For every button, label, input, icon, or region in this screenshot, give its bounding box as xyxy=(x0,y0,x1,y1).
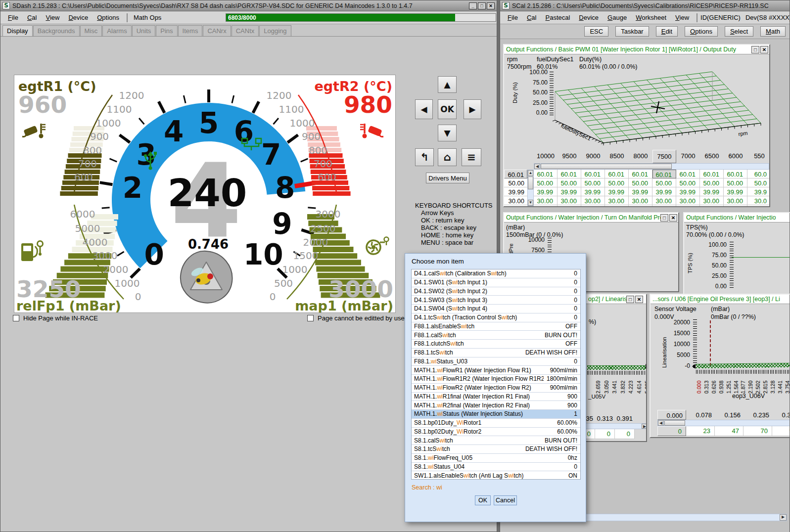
table-h-scrollbar[interactable]: ◀ xyxy=(534,163,769,170)
tab-canrx[interactable]: CANrx xyxy=(203,25,231,36)
menu-item-file[interactable]: File xyxy=(503,12,522,23)
table-cell[interactable]: 39.99 xyxy=(605,187,629,196)
table-cell[interactable]: 30.00 xyxy=(652,196,676,205)
menu-item-cal[interactable]: Cal xyxy=(522,12,541,23)
table-cell[interactable]: 50.00 xyxy=(629,178,652,187)
nav-right-button[interactable]: ▶ xyxy=(464,99,481,119)
drivers-menu-button[interactable]: Drivers Menu xyxy=(426,173,469,183)
table-cell[interactable]: 39.99 xyxy=(676,187,700,196)
mon-item-row[interactable]: MATH.1.wiR2final (Water Injection R2 Fin… xyxy=(412,401,580,410)
table-cell[interactable]: 94 xyxy=(772,426,790,436)
nav-home-button[interactable]: ⌂ xyxy=(438,148,457,166)
table-cell[interactable]: 70 xyxy=(744,426,772,436)
table-col-header[interactable]: 8500 xyxy=(605,150,629,163)
scroll-up-icon[interactable]: ▲ xyxy=(528,170,533,176)
tab-backgrounds[interactable]: Backgrounds xyxy=(33,25,80,36)
nav-down-button[interactable]: ▼ xyxy=(438,125,457,141)
table-col-header[interactable]: 0.156 xyxy=(715,410,744,420)
table-cell[interactable]: 20.0 xyxy=(747,205,769,206)
table-row-header[interactable]: 50.00 xyxy=(504,178,527,187)
mon-item-row[interactable]: S8.1.bp01Duty_WiRotor160.00% xyxy=(412,419,580,428)
page-lock-checkbox[interactable] xyxy=(307,315,314,321)
scal-titlebar[interactable]: S SCal 2.15.286 : C:\Users\Public\Docume… xyxy=(500,0,790,11)
table-cell[interactable]: 60.0 xyxy=(747,170,769,178)
mon-item-row[interactable]: F88.1.calSwitchBURN OUT! xyxy=(412,331,580,340)
table-cell[interactable]: 30.0 xyxy=(747,196,769,205)
maximize-icon[interactable]: □ xyxy=(751,46,759,53)
table-cell[interactable]: 30.00 xyxy=(676,196,700,205)
mon-item-row[interactable]: D4.1.SW01 (Switch Input 1)0 xyxy=(412,278,580,287)
table-cell[interactable]: 50.00 xyxy=(581,178,605,187)
table-cell[interactable]: 0 xyxy=(595,429,615,439)
tab-logging[interactable]: Logging xyxy=(259,25,291,36)
table-col-header[interactable]: 0.313 xyxy=(595,413,615,423)
table-cell[interactable]: 20.00 xyxy=(700,205,724,206)
table-cell[interactable]: 50.00 xyxy=(700,178,724,187)
scroll-right-icon[interactable]: ▶ xyxy=(642,424,647,429)
table-col-header[interactable]: 0.313 xyxy=(772,410,790,420)
menu-item-cal[interactable]: Cal xyxy=(23,12,42,23)
mon-item-row[interactable]: D4.1.SW02 (Switch Input 2)0 xyxy=(412,287,580,296)
menu-item-device[interactable]: Device xyxy=(574,12,603,23)
mon-item-row[interactable]: S8.1.wiStatus_U040 xyxy=(412,463,580,472)
table-cell[interactable]: 50.00 xyxy=(534,178,558,187)
table-col-header[interactable]: 6500 xyxy=(700,150,724,163)
mon-item-row[interactable]: F88.1.alsEnableSwitchOFF xyxy=(412,322,580,331)
toolbar-button-esc[interactable]: ESC xyxy=(584,26,608,37)
table-cell[interactable]: 20.00 xyxy=(629,205,652,206)
scrollbar-thumb[interactable] xyxy=(528,177,533,189)
maximize-icon[interactable]: □ xyxy=(660,214,668,222)
table-cell[interactable]: 50.00 xyxy=(652,178,676,187)
table-col-header[interactable]: 0.078 xyxy=(686,410,715,420)
sdash-titlebar[interactable]: S SDash 2.15.283 : C:\Users\Public\Docum… xyxy=(0,0,497,11)
close-icon[interactable]: ✕ xyxy=(669,214,677,222)
close-icon[interactable]: ✕ xyxy=(760,46,768,53)
toolbar-button-taskbar[interactable]: Taskbar xyxy=(615,26,649,37)
table-col-header[interactable]: 0.000 xyxy=(657,410,686,420)
table-cell[interactable]: 50.00 xyxy=(605,178,629,187)
table-cell[interactable]: 20.00 xyxy=(558,205,581,206)
table-cell[interactable]: 0 xyxy=(657,426,686,436)
table-cell[interactable]: 60.01 xyxy=(558,170,581,178)
table-col-header[interactable]: 0.235 xyxy=(744,410,772,420)
table-cell[interactable]: 20.00 xyxy=(581,205,605,206)
scrollbar-thumb[interactable] xyxy=(541,164,672,169)
table-cell[interactable]: 30.00 xyxy=(724,196,747,205)
menu-item-options[interactable]: Options xyxy=(93,12,124,23)
table-cell[interactable]: 47 xyxy=(715,426,744,436)
surface-plot[interactable]: fuelDutySec1rpm xyxy=(552,69,769,149)
close-icon[interactable]: ✕ xyxy=(635,296,643,303)
table-cell[interactable]: 30.00 xyxy=(629,196,652,205)
table-row-header[interactable]: 60.01 xyxy=(504,170,527,178)
menu-item-worksheet[interactable]: Worksheet xyxy=(631,12,671,23)
menu-item-pastecal[interactable]: Pastecal xyxy=(541,12,574,23)
mon-item-row[interactable]: F88.1.wiStatus_U030 xyxy=(412,357,580,366)
table-col-header[interactable]: 0 xyxy=(635,413,647,423)
table-cell[interactable]: 60.01 xyxy=(652,170,676,178)
table-cell[interactable]: 39.9 xyxy=(747,187,769,196)
table-col-header[interactable]: 550 xyxy=(747,150,769,163)
tab-pins[interactable]: Pins xyxy=(156,25,177,36)
table-row-header[interactable]: 30.00 xyxy=(504,196,527,205)
mon-item-row[interactable]: MATH.1.wiStatus (Water Injection Status)… xyxy=(412,410,580,419)
tab-display[interactable]: Display xyxy=(2,25,33,36)
window-control-button[interactable]: _ xyxy=(469,2,477,9)
dialog-ok-button[interactable]: OK xyxy=(475,495,491,505)
mon-item-row[interactable]: MATH.1.wiFlowR2 (Water Injection Flow R2… xyxy=(412,384,580,393)
mon-item-row[interactable]: D4.1.tcSwitch (Traction Control Switch)0 xyxy=(412,313,580,322)
table-cell[interactable]: 39.99 xyxy=(700,187,724,196)
mon-item-row[interactable]: D4.1.calSwitch (Calibration Switch)0 xyxy=(412,269,580,278)
table-h-scrollbar[interactable]: ◀ xyxy=(657,420,790,426)
table-cell[interactable]: 30.00 xyxy=(534,196,558,205)
table-col-header[interactable]: 9500 xyxy=(558,150,581,163)
table-col-header[interactable]: 10000 xyxy=(534,150,558,163)
tab-units[interactable]: Units xyxy=(132,25,156,36)
table-cell[interactable]: 30.00 xyxy=(700,196,724,205)
table-cell[interactable]: 60.01 xyxy=(676,170,700,178)
scroll-down-icon[interactable]: ▼ xyxy=(528,200,533,206)
toolbar-button-math[interactable]: Math xyxy=(760,26,786,37)
mon-item-row[interactable]: SW1.1.alsEnableSwitch (Anti Lag Switch)O… xyxy=(412,471,580,480)
nav-ok-button[interactable]: OK xyxy=(438,99,457,119)
maximize-icon[interactable]: □ xyxy=(626,296,634,303)
nav-back-button[interactable]: ↰ xyxy=(415,148,434,166)
